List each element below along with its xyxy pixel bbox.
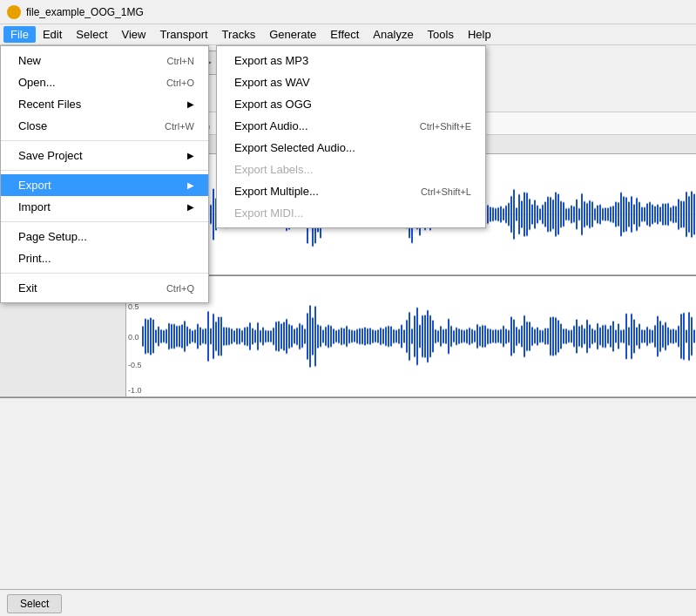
menu-item-open-label: Open... [18,76,56,89]
export-wav[interactable]: Export as WAV [217,71,485,93]
menu-view[interactable]: View [115,26,153,43]
waveform-2-canvas [126,276,696,396]
menu-item-exit-label: Exit [18,281,37,294]
menu-item-save-project-label: Save Project [18,149,83,162]
menu-item-new-label: New [18,54,41,67]
dropdown-sep-1 [1,140,208,141]
export-mp3[interactable]: Export as MP3 [217,50,485,71]
export-midi: Export MIDI... [217,202,485,224]
dropdown-sep-4 [1,273,208,274]
export-ogg[interactable]: Export as OGG [217,93,485,115]
dropdown-sep-2 [1,170,208,171]
menu-item-exit-shortcut: Ctrl+Q [166,283,194,294]
menu-tracks[interactable]: Tracks [215,26,263,43]
dropdown-sep-3 [1,221,208,222]
save-project-submenu-arrow: ▶ [187,151,194,160]
menu-analyze[interactable]: Analyze [366,26,420,43]
menu-item-recent[interactable]: Recent Files ▶ [1,93,208,115]
menu-tools[interactable]: Tools [421,26,461,43]
menu-help[interactable]: Help [461,26,498,43]
menu-item-export-label: Export [18,179,51,192]
menu-item-open-shortcut: Ctrl+O [166,78,194,88]
export-selected-audio-label: Export Selected Audio... [234,141,355,154]
file-menu-dropdown: New Ctrl+N Open... Ctrl+O Recent Files ▶… [0,45,209,303]
export-labels: Export Labels... [217,159,485,180]
menu-item-new-shortcut: Ctrl+N [167,56,194,66]
export-multiple-shortcut: Ctrl+Shift+L [421,186,471,197]
menu-item-new[interactable]: New Ctrl+N [1,50,208,71]
export-audio-label: Export Audio... [234,119,308,132]
title-bar: file_example_OOG_1MG [0,0,696,24]
export-multiple-label: Export Multiple... [234,185,319,198]
menu-edit[interactable]: Edit [36,26,69,43]
menu-item-save-project[interactable]: Save Project ▶ [1,145,208,166]
menu-file[interactable]: File [3,26,36,43]
select-button[interactable]: Select [7,594,62,613]
menu-effect[interactable]: Effect [323,26,366,43]
export-mp3-label: Export as MP3 [234,54,308,67]
menu-item-page-setup[interactable]: Page Setup... [1,226,208,247]
menu-item-close-label: Close [18,119,47,132]
export-audio-shortcut: Ctrl+Shift+E [420,121,471,132]
menu-item-recent-label: Recent Files [18,98,81,111]
menu-generate[interactable]: Generate [262,26,323,43]
menu-transport[interactable]: Transport [152,26,214,43]
bottom-bar: Select [0,589,696,616]
menu-bar: File Edit Select View Transport Tracks G… [0,24,696,45]
menu-item-exit[interactable]: Exit Ctrl+Q [1,277,208,299]
export-multiple[interactable]: Export Multiple... Ctrl+Shift+L [217,180,485,202]
app-title: file_example_OOG_1MG [26,6,144,18]
export-audio[interactable]: Export Audio... Ctrl+Shift+E [217,115,485,137]
track-2-waveform: 1.0 0.5 0.0 -0.5 -1.0 [126,276,696,397]
export-selected-audio[interactable]: Export Selected Audio... [217,137,485,159]
app-icon [7,5,21,19]
menu-item-import-label: Import [18,200,51,213]
menu-item-page-setup-label: Page Setup... [18,230,87,243]
menu-item-import[interactable]: Import ▶ [1,196,208,218]
menu-item-close-shortcut: Ctrl+W [165,121,194,132]
export-submenu-arrow: ▶ [187,180,194,190]
export-wav-label: Export as WAV [234,76,310,89]
menu-item-close[interactable]: Close Ctrl+W [1,115,208,137]
menu-item-export[interactable]: Export ▶ [1,174,208,196]
export-submenu: Export as MP3 Export as WAV Export as OG… [216,45,486,228]
recent-submenu-arrow: ▶ [187,99,194,109]
menu-item-open[interactable]: Open... Ctrl+O [1,71,208,93]
import-submenu-arrow: ▶ [187,202,194,212]
export-midi-label: Export MIDI... [234,206,303,220]
export-labels-label: Export Labels... [234,163,313,176]
export-ogg-label: Export as OGG [234,98,312,111]
menu-select[interactable]: Select [69,26,114,43]
menu-item-print[interactable]: Print... [1,247,208,269]
menu-item-print-label: Print... [18,252,51,265]
